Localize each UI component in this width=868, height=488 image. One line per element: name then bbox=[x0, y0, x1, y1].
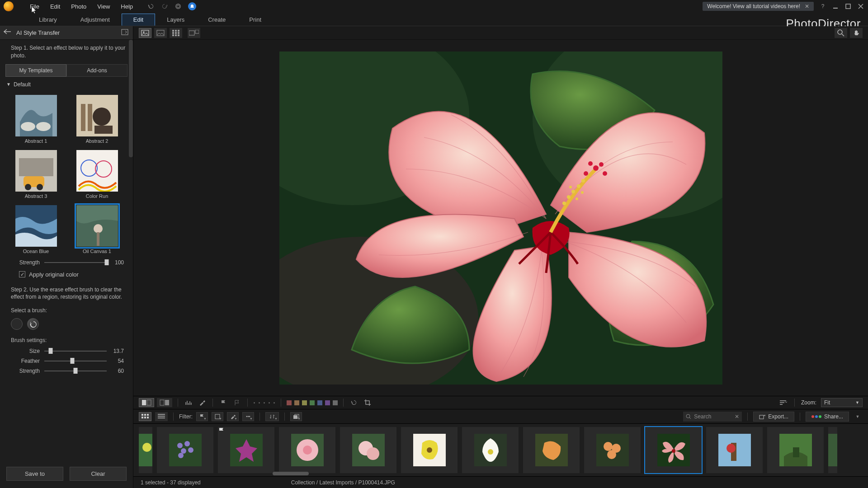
menu-edit[interactable]: Edit bbox=[45, 1, 66, 12]
sidebar-scrollbar[interactable] bbox=[129, 40, 133, 157]
filmstrip-thumb[interactable] bbox=[401, 427, 458, 473]
sort-menu-icon[interactable] bbox=[778, 398, 788, 407]
close-banner-icon[interactable]: ✕ bbox=[805, 3, 809, 9]
strip-list-icon[interactable] bbox=[155, 412, 168, 421]
pan-tool-icon[interactable] bbox=[850, 28, 863, 38]
size-slider[interactable] bbox=[44, 351, 107, 352]
tab-edit[interactable]: Edit bbox=[122, 14, 155, 26]
filter-label-dropdown[interactable]: ▼ bbox=[212, 412, 223, 421]
notification-icon[interactable] bbox=[188, 2, 196, 10]
tab-print[interactable]: Print bbox=[237, 14, 273, 26]
tab-layers[interactable]: Layers bbox=[155, 14, 196, 26]
crop-tool-icon[interactable] bbox=[363, 398, 373, 407]
sort-dropdown[interactable]: ▼ bbox=[265, 412, 279, 421]
filmstrip-scrollbar[interactable] bbox=[273, 472, 309, 475]
filmstrip-thumb[interactable] bbox=[828, 427, 837, 473]
undo-icon[interactable] bbox=[147, 3, 155, 10]
redo-icon[interactable] bbox=[161, 3, 168, 10]
filmstrip-thumb[interactable] bbox=[218, 427, 274, 473]
view-secondary-icon[interactable] bbox=[188, 28, 200, 38]
share-more-icon[interactable]: ▼ bbox=[853, 412, 863, 421]
template-abstract-1[interactable]: Abstract 1 bbox=[10, 95, 62, 144]
share-button[interactable]: Share... bbox=[806, 412, 849, 422]
compare-left-icon[interactable] bbox=[139, 398, 154, 407]
label-yellow[interactable] bbox=[302, 400, 307, 405]
accordion-default[interactable]: ▼ Default bbox=[0, 78, 133, 91]
template-ocean-blue[interactable]: Ocean Blue bbox=[10, 205, 62, 254]
label-gray[interactable] bbox=[333, 400, 338, 405]
filmstrip-thumb[interactable] bbox=[523, 427, 580, 473]
search-input[interactable]: Search ✕ bbox=[683, 412, 742, 422]
rotate-icon[interactable] bbox=[349, 398, 359, 407]
subtab-addons[interactable]: Add-ons bbox=[66, 64, 127, 77]
brush-erase-icon[interactable] bbox=[11, 318, 23, 330]
filmstrip-thumb[interactable] bbox=[139, 427, 152, 473]
filter-rating-dropdown[interactable]: •••▼ bbox=[242, 412, 254, 421]
filmstrip-thumb-selected[interactable] bbox=[645, 427, 702, 473]
svg-point-42 bbox=[593, 165, 599, 171]
feather-slider[interactable] bbox=[44, 361, 107, 361]
filmstrip-thumb[interactable] bbox=[462, 427, 519, 473]
zoom-tool-icon[interactable] bbox=[835, 28, 847, 38]
label-purple[interactable] bbox=[325, 400, 330, 405]
bstrength-slider[interactable] bbox=[44, 371, 107, 371]
template-abstract-3[interactable]: Abstract 3 bbox=[10, 150, 62, 199]
filter-flag-dropdown[interactable]: ▼ bbox=[196, 412, 208, 421]
brush-icon[interactable] bbox=[197, 398, 207, 407]
label-orange[interactable] bbox=[294, 400, 299, 405]
label-red[interactable] bbox=[287, 400, 292, 405]
menu-photo[interactable]: Photo bbox=[66, 1, 92, 12]
tab-library[interactable]: Library bbox=[27, 14, 69, 26]
zoom-dropdown[interactable]: Fit ▼ bbox=[821, 398, 863, 407]
strength-slider[interactable] bbox=[44, 262, 107, 263]
filmstrip[interactable] bbox=[133, 424, 868, 476]
menu-help[interactable]: Help bbox=[115, 1, 138, 12]
clear-button[interactable]: Clear bbox=[70, 467, 127, 481]
svg-point-54 bbox=[569, 186, 572, 188]
expand-panel-icon[interactable] bbox=[121, 29, 129, 37]
filmstrip-thumb[interactable] bbox=[157, 427, 213, 473]
menu-file[interactable]: File bbox=[24, 1, 45, 12]
svg-point-91 bbox=[604, 442, 613, 451]
filmstrip-thumb[interactable] bbox=[706, 427, 763, 473]
reject-flag-icon[interactable] bbox=[232, 398, 242, 407]
compare-right-icon[interactable] bbox=[157, 398, 172, 407]
template-color-run[interactable]: Color Run bbox=[71, 150, 123, 199]
maximize-icon[interactable] bbox=[844, 3, 852, 10]
histogram-icon[interactable] bbox=[184, 398, 193, 407]
view-compare-icon[interactable] bbox=[154, 28, 167, 38]
template-oil-canvas-1[interactable]: Oil Canvas 1 bbox=[71, 205, 123, 254]
apply-original-color-row[interactable]: ✓ Apply original color bbox=[0, 267, 133, 282]
clear-search-icon[interactable]: ✕ bbox=[735, 413, 739, 420]
help-icon[interactable]: ? bbox=[819, 3, 826, 10]
filmstrip-thumb[interactable] bbox=[340, 427, 396, 473]
svg-rect-56 bbox=[147, 400, 151, 405]
menu-view[interactable]: View bbox=[92, 1, 115, 12]
tab-create[interactable]: Create bbox=[196, 14, 237, 26]
rating-dots[interactable] bbox=[253, 402, 275, 404]
save-to-button[interactable]: Save to bbox=[6, 467, 63, 481]
filmstrip-thumb[interactable] bbox=[279, 427, 335, 473]
label-green[interactable] bbox=[310, 400, 315, 405]
subtab-my-templates[interactable]: My Templates bbox=[5, 64, 66, 77]
tab-adjustment[interactable]: Adjustment bbox=[69, 14, 122, 26]
stack-dropdown[interactable]: ▼ bbox=[290, 412, 302, 421]
checkbox-icon[interactable]: ✓ bbox=[19, 271, 25, 277]
view-single-icon[interactable] bbox=[139, 28, 151, 38]
close-window-icon[interactable] bbox=[857, 3, 864, 10]
settings-icon[interactable] bbox=[175, 3, 182, 10]
label-blue[interactable] bbox=[317, 400, 322, 405]
canvas[interactable] bbox=[133, 40, 868, 396]
filmstrip-thumb[interactable] bbox=[584, 427, 641, 473]
filmstrip-thumb[interactable] bbox=[767, 427, 824, 473]
minimize-icon[interactable] bbox=[832, 3, 839, 10]
filter-edit-dropdown[interactable]: ▼ bbox=[227, 412, 239, 421]
back-icon[interactable] bbox=[4, 29, 12, 37]
export-button[interactable]: Export... bbox=[753, 412, 794, 422]
view-grid-icon[interactable] bbox=[170, 28, 182, 38]
strip-thumb-icon[interactable] bbox=[139, 412, 151, 421]
welcome-banner[interactable]: Welcome! View all tutorial videos here! … bbox=[703, 2, 814, 11]
brush-restore-icon[interactable] bbox=[27, 318, 39, 330]
template-abstract-2[interactable]: Abstract 2 bbox=[71, 95, 123, 144]
flag-icon[interactable] bbox=[218, 398, 228, 407]
